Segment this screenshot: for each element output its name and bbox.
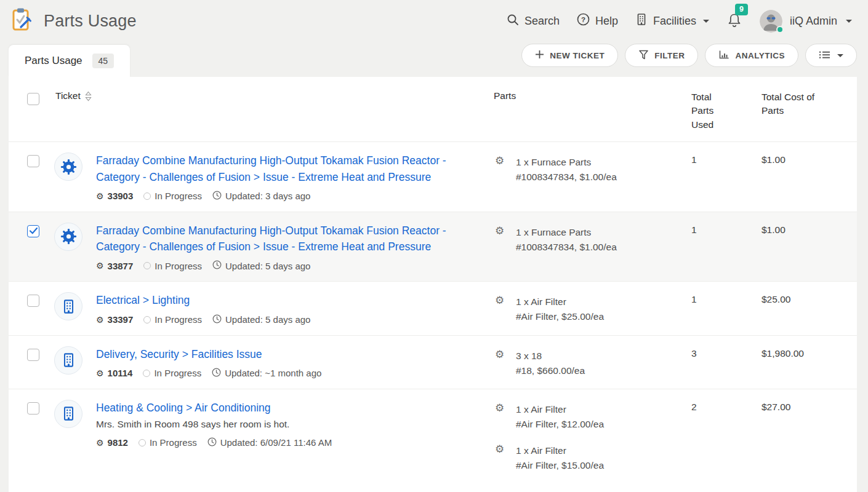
column-header-total-cost: Total Cost of Parts: [752, 90, 845, 132]
table-row: Farraday Combine Manufacturing High-Outp…: [9, 212, 857, 282]
clock-icon: [207, 437, 217, 448]
ticket-title-link[interactable]: Heating & Cooling > Air Conditioning: [96, 400, 478, 416]
status-label: In Progress: [150, 437, 197, 448]
top-nav: Search ? Help Facilities 9 ii: [507, 10, 852, 33]
nav-help[interactable]: ? Help: [577, 13, 618, 29]
total-parts-used: 2: [682, 400, 752, 473]
table-row: Heating & Cooling > Air Conditioning Mrs…: [9, 389, 857, 483]
nav-facilities-label: Facilities: [653, 15, 696, 28]
table-row: Delivery, Security > Facilities Issue ⚙1…: [9, 335, 857, 389]
analytics-label: ANALYTICS: [735, 51, 785, 60]
updated-label: Updated: 5 days ago: [225, 261, 310, 271]
ticket-title-link[interactable]: Electrical > Lighting: [96, 292, 478, 308]
table-row: Farraday Combine Manufacturing High-Outp…: [9, 141, 857, 212]
updated-label: Updated: 3 days ago: [225, 191, 310, 201]
select-all-checkbox[interactable]: [27, 93, 39, 105]
ticket-id-icon: ⚙: [96, 261, 104, 270]
list-view-icon: [819, 50, 830, 62]
part-gear-icon: ⚙: [495, 294, 504, 306]
ticket-type-building-avatar: [54, 346, 82, 375]
user-avatar: [760, 10, 782, 33]
status-icon: [143, 262, 151, 269]
row-checkbox[interactable]: [27, 155, 39, 167]
ticket-title-link[interactable]: Farraday Combine Manufacturing High-Outp…: [96, 153, 478, 185]
nav-search[interactable]: Search: [507, 14, 560, 29]
ticket-id-icon: ⚙: [96, 192, 104, 200]
status-label: In Progress: [155, 191, 202, 201]
clock-icon: [212, 191, 222, 202]
status-icon: [143, 192, 151, 200]
ticket-number: 33903: [108, 191, 134, 201]
new-ticket-button[interactable]: NEW TICKET: [521, 44, 618, 67]
ticket-title-link[interactable]: Farraday Combine Manufacturing High-Outp…: [96, 223, 478, 255]
part-detail: #18, $660.00/ea: [516, 363, 585, 378]
part-name: 3 x 18: [516, 349, 585, 363]
part-gear-icon: ⚙: [495, 154, 504, 167]
brand: Parts Usage: [9, 7, 137, 35]
parts-usage-table: Ticket Parts Total Parts Used Total Cost…: [9, 77, 857, 492]
updated-label: Updated: ~1 month ago: [225, 368, 321, 378]
row-checkbox[interactable]: [27, 225, 39, 237]
ticket-title-link[interactable]: Delivery, Security > Facilities Issue: [96, 346, 478, 362]
svg-text:?: ?: [581, 16, 585, 23]
row-checkbox[interactable]: [27, 349, 39, 361]
total-parts-used: 1: [682, 292, 752, 325]
part-entry: ⚙ 1 x Furnace Parts#1008347834, $1.00/ea: [488, 155, 682, 184]
help-icon: ?: [577, 13, 590, 29]
view-options-button[interactable]: [805, 44, 857, 67]
top-bar: Parts Usage Search ? Help Facilities: [0, 0, 868, 42]
ticket-id-icon: ⚙: [96, 315, 104, 324]
part-entry: ⚙ 3 x 18#18, $660.00/ea: [488, 349, 682, 378]
updated-label: Updated: 6/09/21 11:46 AM: [220, 437, 332, 448]
sort-icon[interactable]: [85, 91, 92, 104]
row-checkbox[interactable]: [27, 402, 39, 415]
nav-search-label: Search: [524, 15, 560, 28]
part-gear-icon: ⚙: [495, 402, 504, 414]
part-name: 1 x Air Filter: [516, 402, 604, 417]
tab-parts-usage[interactable]: Parts Usage 45: [9, 45, 130, 77]
part-entry: ⚙ 1 x Air Filter#Air Filter, $25.00/ea: [488, 295, 682, 324]
parts-usage-clipboard-icon: [9, 7, 34, 35]
filter-button[interactable]: FILTER: [625, 44, 698, 67]
tab-label: Parts Usage: [25, 55, 82, 67]
chevron-down-icon: [837, 54, 843, 57]
online-status-dot: [776, 26, 784, 33]
notifications-button[interactable]: 9: [726, 10, 742, 33]
status-label: In Progress: [155, 314, 202, 325]
status-icon: [139, 439, 146, 446]
total-cost: $25.00: [752, 292, 845, 325]
total-parts-used: 1: [682, 223, 752, 272]
tab-count-badge: 45: [92, 54, 115, 68]
status-label: In Progress: [154, 368, 201, 378]
updated-label: Updated: 5 days ago: [225, 314, 310, 325]
column-header-parts: Parts: [488, 90, 682, 132]
nav-help-label: Help: [595, 15, 618, 28]
facilities-building-icon: [635, 13, 648, 29]
filter-label: FILTER: [654, 51, 685, 60]
clock-icon: [212, 314, 222, 325]
row-checkbox[interactable]: [27, 295, 39, 307]
part-detail: #Air Filter, $25.00/ea: [516, 309, 604, 324]
plus-icon: [535, 50, 544, 61]
ticket-type-gear-avatar: [54, 153, 82, 181]
part-detail: #Air Filter, $15.00/ea: [516, 458, 604, 473]
user-menu[interactable]: iiQ Admin: [760, 10, 852, 33]
table-row: Electrical > Lighting ⚙33397 In Progress…: [9, 281, 857, 335]
clock-icon: [212, 368, 221, 379]
total-cost: $1.00: [752, 153, 845, 202]
column-header-total-used: Total Parts Used: [682, 90, 752, 132]
toolbar: NEW TICKET FILTER ANALYTICS: [521, 44, 857, 67]
total-cost: $27.00: [752, 400, 845, 473]
tab-row: Parts Usage 45 NEW TICKET FILTER ANALYTI…: [0, 42, 868, 77]
ticket-number: 33397: [108, 314, 134, 325]
part-gear-icon: ⚙: [495, 443, 504, 455]
column-header-ticket: Ticket: [55, 90, 81, 101]
ticket-number: 33877: [108, 261, 134, 271]
analytics-button[interactable]: ANALYTICS: [705, 44, 798, 67]
ticket-type-building-avatar: [54, 400, 82, 428]
nav-facilities[interactable]: Facilities: [635, 13, 709, 29]
ticket-type-building-avatar: [54, 292, 82, 320]
new-ticket-label: NEW TICKET: [550, 51, 605, 60]
bar-chart-icon: [718, 50, 729, 62]
table-header-row: Ticket Parts Total Parts Used Total Cost…: [9, 77, 857, 141]
